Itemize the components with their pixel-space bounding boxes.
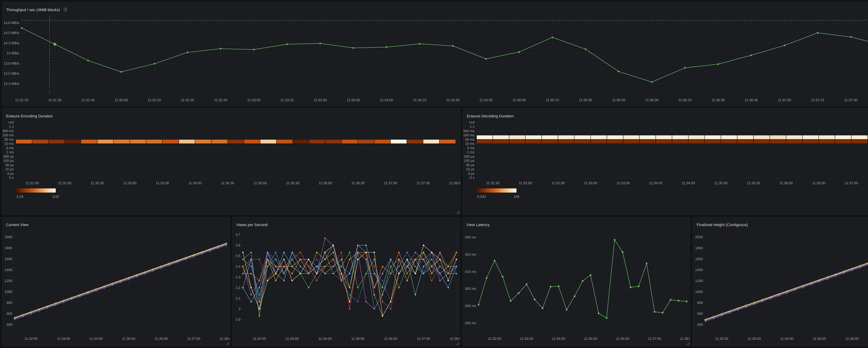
svg-text:169: 169 [514,195,519,199]
svg-text:11:35:00: 11:35:00 [513,98,526,102]
svg-text:13.3 MB/s: 13.3 MB/s [4,82,19,86]
svg-text:3.1: 3.1 [236,296,241,300]
panel-header: Views per Second [232,217,460,230]
svg-text:3.6: 3.6 [236,243,241,247]
panel-resize-handle[interactable] [685,341,690,345]
panel-resize-handle[interactable] [455,210,460,214]
throughput-chart[interactable]: 13.3 MB/s13.5 MB/s13.8 MB/s14 MB/s14.3 M… [2,2,868,106]
panel-header: Erasure Decoding Duration [463,109,868,121]
panel-views-per-second: Views per Second 2.933.13.23.33.43.53.63… [232,217,460,346]
svg-text:11:31:30: 11:31:30 [486,181,499,185]
svg-text:11:33:30: 11:33:30 [313,98,327,102]
panel-header: Finalized Height (Contiguous) [693,217,868,230]
panel-header: Current View [2,217,230,230]
svg-text:800: 800 [697,301,703,304]
svg-text:1000: 1000 [695,290,703,294]
svg-text:300 ms: 300 ms [463,129,474,133]
svg-text:11:36:45: 11:36:45 [745,98,758,102]
svg-text:11:34:00: 11:34:00 [552,337,565,341]
svg-text:11:35:00: 11:35:00 [122,337,135,341]
svg-text:11:34:30: 11:34:30 [221,181,234,185]
svg-text:11:37:30: 11:37:30 [844,98,858,102]
svg-text:11:32:15: 11:32:15 [148,98,161,102]
svg-text:300 µs: 300 µs [464,154,474,158]
svg-text:310 ms: 310 ms [465,270,476,273]
panel-resize-handle[interactable] [455,341,460,345]
svg-text:11:31:30: 11:31:30 [48,98,61,102]
svg-text:14.5 MB/s: 14.5 MB/s [4,31,19,35]
svg-text:10 µs: 10 µs [466,167,474,171]
svg-text:320 ms: 320 ms [465,253,476,256]
svg-text:30 µs: 30 µs [5,163,14,167]
panel-title[interactable]: Current View [6,223,28,227]
panel-title[interactable]: Views per Second [236,223,268,227]
svg-text:2000: 2000 [5,235,12,239]
svg-text:11:37:00: 11:37:00 [778,98,791,102]
svg-text:11:35:00: 11:35:00 [254,181,267,185]
finalized-height-chart[interactable]: 40060080010001200140016001800200011:32:0… [693,217,868,346]
panel-title[interactable]: View Latency [466,223,490,227]
svg-text:11:33:00: 11:33:00 [747,337,761,341]
svg-text:3.2: 3.2 [236,286,241,290]
panel-title[interactable]: Throughput / sec (4MiB blocks) [6,8,60,12]
panel-title[interactable]: Erasure Encoding Duration [6,114,53,118]
svg-text:1 ms: 1 ms [6,150,14,154]
svg-text:11:35:45: 11:35:45 [612,98,625,102]
panel-erasure-decoding: Erasure Decoding Duration +Inf1 s300 ms1… [463,108,868,215]
svg-text:11:37:00: 11:37:00 [417,337,430,341]
svg-text:100 ms: 100 ms [2,133,14,137]
svg-text:10 ms: 10 ms [465,142,474,146]
svg-text:11:36:00: 11:36:00 [155,337,168,341]
svg-text:11:35:15: 11:35:15 [546,98,559,102]
svg-text:300 ms: 300 ms [465,287,476,291]
svg-text:11:33:45: 11:33:45 [347,98,360,102]
svg-text:11:33:00: 11:33:00 [247,98,260,102]
svg-text:10 ms: 10 ms [4,142,14,146]
erasure-encoding-heatmap[interactable]: +Inf1 s300 ms100 ms30 ms10 ms3 ms1 ms300… [2,109,460,214]
svg-text:3.7: 3.7 [236,233,241,236]
svg-text:11:36:30: 11:36:30 [351,181,365,185]
svg-text:11:37:15: 11:37:15 [811,98,824,102]
svg-text:800: 800 [7,301,12,304]
svg-text:11:33:00: 11:33:00 [584,181,597,185]
svg-text:11:33:00: 11:33:00 [57,337,70,341]
svg-text:100 ms: 100 ms [463,133,474,137]
svg-text:1200: 1200 [695,279,703,283]
svg-text:11:31:15: 11:31:15 [15,98,28,102]
erasure-decoding-heatmap[interactable]: +Inf1 s300 ms100 ms30 ms10 ms3 ms1 ms300… [463,109,868,214]
panel-title[interactable]: Erasure Decoding Duration [467,114,514,118]
svg-text:11:36:30: 11:36:30 [712,98,725,102]
svg-text:0 s: 0 s [9,176,14,179]
svg-text:11:34:45: 11:34:45 [479,98,493,102]
svg-text:11:37:00: 11:37:00 [187,337,200,341]
svg-text:3 ms: 3 ms [6,146,14,150]
svg-text:1600: 1600 [5,257,12,261]
svg-text:100 µs: 100 µs [3,159,14,163]
svg-text:330 ms: 330 ms [465,235,476,239]
current-view-chart[interactable]: 40060080010001200140016001800200011:32:0… [2,217,230,346]
svg-text:11:35:30: 11:35:30 [286,181,299,185]
svg-text:11:36:00: 11:36:00 [319,181,332,185]
svg-text:11:36:00: 11:36:00 [384,337,397,341]
svg-text:11:32:30: 11:32:30 [91,181,104,185]
svg-text:600: 600 [7,312,12,316]
svg-text:14.3 MB/s: 14.3 MB/s [4,41,19,45]
svg-text:11:36:00: 11:36:00 [645,98,658,102]
document-icon[interactable] [63,7,67,12]
panel-title[interactable]: Finalized Height (Contiguous) [696,223,748,227]
svg-text:11:34:00: 11:34:00 [89,337,102,341]
panel-resize-handle[interactable] [225,341,229,345]
views-per-second-chart[interactable]: 2.933.13.23.33.43.53.63.711:32:0011:33:0… [232,217,460,346]
svg-text:1400: 1400 [695,268,703,272]
svg-text:11:38:00: 11:38:00 [220,337,230,341]
svg-text:13.5 MB/s: 13.5 MB/s [4,71,19,75]
svg-text:14 MB/s: 14 MB/s [7,51,19,55]
svg-text:11:38:00: 11:38:00 [680,337,690,341]
svg-text:11:34:30: 11:34:30 [682,181,695,185]
svg-text:11:35:00: 11:35:00 [714,181,727,185]
svg-text:11:34:00: 11:34:00 [380,98,393,102]
svg-text:11:32:45: 11:32:45 [214,98,227,102]
svg-text:1200: 1200 [5,279,12,283]
view-latency-chart[interactable]: 280 ms290 ms300 ms310 ms320 ms330 ms11:3… [463,217,690,346]
svg-text:11:32:00: 11:32:00 [519,181,532,185]
